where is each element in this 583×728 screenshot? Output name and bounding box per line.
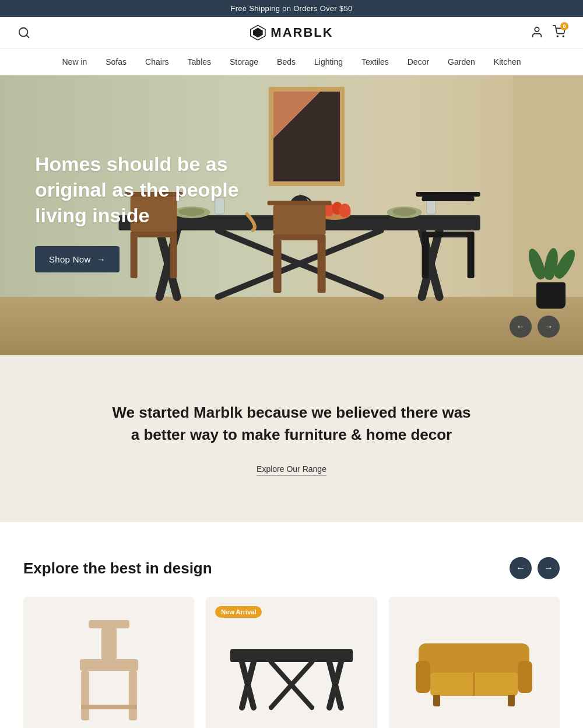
svg-rect-36 <box>422 197 475 201</box>
announcement-bar: Free Shipping on Orders Over $50 <box>0 0 583 17</box>
shop-now-arrow: → <box>97 254 106 264</box>
shop-now-label: Shop Now <box>49 254 91 264</box>
svg-rect-34 <box>276 235 323 240</box>
new-arrival-badge: New Arrival <box>215 606 262 618</box>
svg-line-1 <box>26 35 29 37</box>
nav-item-textiles[interactable]: Textiles <box>361 57 389 66</box>
hero-content: Homes should be as original as the peopl… <box>35 151 257 272</box>
svg-rect-46 <box>230 649 353 662</box>
header-right: 0 <box>531 25 566 40</box>
hero-plant <box>531 248 571 309</box>
products-next-button[interactable]: → <box>538 557 560 579</box>
svg-rect-44 <box>129 671 137 720</box>
products-grid: New Arrival <box>23 597 560 728</box>
nav-item-garden[interactable]: Garden <box>448 57 475 66</box>
nav-item-lighting[interactable]: Lighting <box>314 57 343 66</box>
svg-rect-58 <box>433 695 440 706</box>
about-section: We started Marblk because we believed th… <box>0 355 583 522</box>
nav-item-beds[interactable]: Beds <box>277 57 296 66</box>
logo-icon <box>250 24 266 41</box>
hero-carousel-nav: ← → <box>510 316 560 338</box>
main-nav: New in Sofas Chairs Tables Storage Beds … <box>0 49 583 75</box>
about-text: We started Marblk because we believed th… <box>111 402 472 446</box>
products-header: Explore the best in design ← → <box>23 557 560 579</box>
cart-badge: 0 <box>560 22 568 30</box>
products-section: Explore the best in design ← → <box>0 522 583 728</box>
nav-item-tables[interactable]: Tables <box>188 57 211 66</box>
svg-rect-33 <box>318 235 326 293</box>
plant-leaves <box>531 248 571 280</box>
hero-prev-button[interactable]: ← <box>510 316 532 338</box>
svg-rect-39 <box>424 232 471 237</box>
product-sofa-image <box>413 632 535 713</box>
svg-point-23 <box>393 208 416 216</box>
shop-now-button[interactable]: Shop Now → <box>35 246 120 272</box>
svg-rect-54 <box>416 661 430 693</box>
products-section-title: Explore the best in design <box>23 559 212 578</box>
nav-item-sofas[interactable]: Sofas <box>106 57 127 66</box>
products-prev-button[interactable]: ← <box>510 557 532 579</box>
nav-item-chairs[interactable]: Chairs <box>145 57 168 66</box>
svg-point-21 <box>339 204 351 218</box>
svg-rect-43 <box>81 671 89 720</box>
hero-next-button[interactable]: → <box>538 316 560 338</box>
product-chair-image <box>68 617 150 728</box>
hero-next-icon: → <box>544 321 553 332</box>
svg-point-6 <box>563 36 564 37</box>
header: MARBLK 0 <box>0 17 583 49</box>
product-card-sofa[interactable] <box>389 597 560 728</box>
announcement-text: Free Shipping on Orders Over $50 <box>230 4 352 13</box>
svg-rect-37 <box>422 232 429 278</box>
product-card-table[interactable]: New Arrival <box>206 597 377 728</box>
account-button[interactable] <box>531 26 543 40</box>
products-prev-icon: ← <box>516 563 525 573</box>
svg-rect-42 <box>80 659 138 671</box>
svg-rect-31 <box>273 205 326 235</box>
svg-rect-55 <box>518 661 532 693</box>
products-next-icon: → <box>544 563 553 573</box>
svg-rect-30 <box>268 201 332 205</box>
painting-figure <box>273 92 340 181</box>
svg-rect-38 <box>468 232 475 278</box>
svg-rect-35 <box>416 192 480 197</box>
svg-rect-40 <box>89 620 129 628</box>
nav-item-storage[interactable]: Storage <box>230 57 258 66</box>
svg-point-4 <box>535 27 539 31</box>
header-left <box>17 26 30 39</box>
explore-range-link[interactable]: Explore Our Range <box>257 464 326 475</box>
product-table-image <box>224 632 359 713</box>
search-icon <box>17 26 30 39</box>
hero-section: Homes should be as original as the peopl… <box>0 75 583 355</box>
svg-marker-3 <box>253 28 263 38</box>
hero-headline: Homes should be as original as the peopl… <box>35 151 257 229</box>
svg-rect-41 <box>101 628 117 660</box>
svg-point-5 <box>557 36 558 37</box>
nav-item-new-in[interactable]: New in <box>62 57 87 66</box>
logo-text: MARBLK <box>271 25 333 40</box>
nav-item-kitchen[interactable]: Kitchen <box>494 57 521 66</box>
cart-wrapper[interactable]: 0 <box>553 25 566 40</box>
svg-rect-45 <box>81 705 137 709</box>
nav-item-decor[interactable]: Decor <box>408 57 429 66</box>
svg-rect-32 <box>273 235 282 293</box>
plant-pot <box>536 282 566 309</box>
hero-prev-icon: ← <box>516 321 525 332</box>
search-button[interactable] <box>17 26 30 39</box>
product-card-chair[interactable] <box>23 597 194 728</box>
account-icon <box>531 26 543 38</box>
products-carousel-nav: ← → <box>510 557 560 579</box>
logo[interactable]: MARBLK <box>250 24 333 41</box>
svg-rect-59 <box>508 695 515 706</box>
